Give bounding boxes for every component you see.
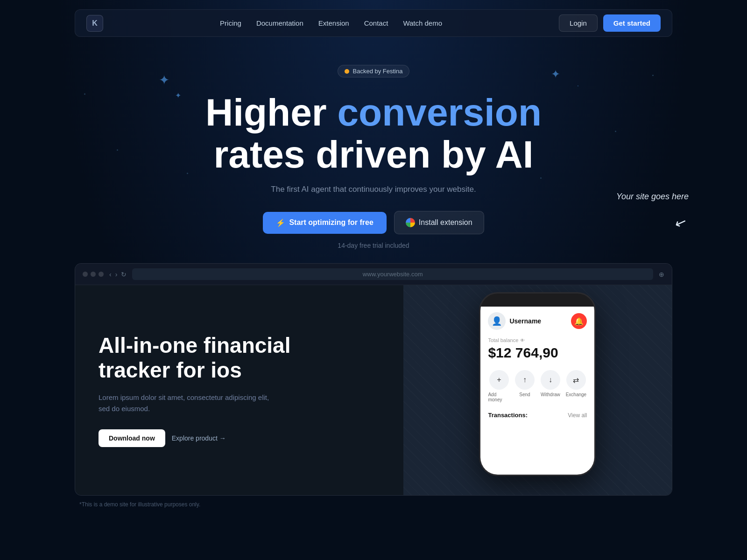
backed-badge: Backed by Festina: [338, 65, 410, 77]
balance-amount: $12 764,90: [488, 345, 587, 361]
browser-nav-buttons: ‹ › ↻: [109, 271, 127, 278]
withdraw-label: Withdraw: [541, 392, 560, 397]
demo-notice: *This is a demo site for illustrative pu…: [0, 496, 747, 513]
action-exchange[interactable]: ⇄ Exchange: [565, 370, 587, 402]
optimize-button-label: Start optimizing for free: [289, 218, 373, 227]
website-title-line2: tracker for ios: [99, 358, 242, 382]
nav-link-pricing[interactable]: Pricing: [220, 19, 241, 27]
nav-logo[interactable]: K: [86, 15, 103, 32]
website-demo-title: All-in-one financial tracker for ios: [99, 333, 380, 383]
nav-links: Pricing Documentation Extension Contact …: [220, 19, 442, 27]
login-button[interactable]: Login: [559, 14, 598, 32]
view-all-link[interactable]: View all: [568, 412, 587, 419]
browser-right-buttons: ⊕: [659, 271, 664, 278]
backed-text: Backed by Festina: [353, 68, 403, 75]
browser-mockup: ‹ › ↻ www.yourwebsite.com ⊕ All-in-one f…: [75, 263, 672, 496]
browser-bar: ‹ › ↻ www.yourwebsite.com ⊕: [75, 264, 672, 285]
balance-label-text: Total balance: [488, 337, 518, 343]
nav-link-watch-demo[interactable]: Watch demo: [403, 19, 442, 27]
browser-refresh-icon[interactable]: ↻: [121, 271, 127, 278]
phone-notch: [514, 294, 561, 307]
browser-address-bar[interactable]: www.yourwebsite.com: [132, 268, 653, 280]
explore-product-link[interactable]: Explore product →: [172, 434, 226, 442]
install-button-label: Install extension: [419, 218, 472, 227]
add-money-icon: +: [489, 370, 509, 390]
phone-mockup: 👤 Username 🔔 Total balance 👁 $12 764,90: [479, 292, 596, 476]
send-icon: ↑: [515, 370, 535, 390]
website-left-panel: All-in-one financial tracker for ios Lor…: [75, 285, 403, 495]
logo-letter: K: [92, 19, 98, 28]
browser-dot-green: [99, 272, 104, 277]
send-label: Send: [519, 392, 530, 397]
browser-dots: [83, 272, 104, 277]
chrome-icon: [406, 218, 415, 227]
hero-title-line1: Higher: [205, 91, 337, 133]
withdraw-icon: ↓: [541, 370, 560, 390]
browser-back-icon[interactable]: ‹: [109, 271, 112, 278]
nav-link-documentation[interactable]: Documentation: [256, 19, 303, 27]
phone-actions: + Add money ↑ Send ↓ Withdraw ⇄: [488, 370, 587, 402]
get-started-button[interactable]: Get started: [603, 14, 661, 32]
action-send[interactable]: ↑ Send: [514, 370, 536, 402]
nav-link-extension[interactable]: Extension: [318, 19, 349, 27]
hero-title-line2: rates driven by AI: [213, 133, 533, 175]
balance-label: Total balance 👁: [488, 337, 587, 343]
phone-content: 👤 Username 🔔 Total balance 👁 $12 764,90: [480, 307, 594, 475]
website-right-panel: 👤 Username 🔔 Total balance 👁 $12 764,90: [403, 285, 672, 495]
action-add-money[interactable]: + Add money: [488, 370, 510, 402]
download-now-button[interactable]: Download now: [99, 429, 165, 447]
browser-bookmark-icon: ⊕: [659, 271, 664, 278]
phone-avatar: 👤 Username: [488, 312, 541, 330]
backed-dot: [345, 69, 349, 74]
bolt-icon: ⚡: [276, 218, 285, 227]
site-annotation: Your site goes here ↙: [616, 191, 689, 220]
transactions-title: Transactions:: [488, 412, 528, 419]
action-withdraw[interactable]: ↓ Withdraw: [539, 370, 561, 402]
website-title-line1: All-in-one financial: [99, 333, 290, 357]
website-demo-buttons: Download now Explore product →: [99, 429, 380, 447]
website-demo-description: Lorem ipsum dolor sit amet, consectetur …: [99, 392, 276, 414]
phone-header: 👤 Username 🔔: [488, 307, 587, 337]
trial-text: 14-day free trial included: [9, 242, 738, 249]
notification-bell[interactable]: 🔔: [571, 313, 587, 329]
website-content: All-in-one financial tracker for ios Lor…: [75, 285, 672, 495]
nav-actions: Login Get started: [559, 14, 661, 32]
optimize-button[interactable]: ⚡ Start optimizing for free: [263, 212, 386, 234]
add-money-label: Add money: [488, 392, 510, 402]
browser-dot-red: [83, 272, 88, 277]
install-extension-button[interactable]: Install extension: [394, 211, 484, 234]
balance-section: Total balance 👁 $12 764,90: [488, 337, 587, 361]
hero-title: Higher conversion rates driven by AI: [9, 91, 738, 175]
avatar-circle: 👤: [488, 312, 506, 330]
hero-title-colored: conversion: [338, 91, 542, 133]
browser-forward-icon[interactable]: ›: [115, 271, 118, 278]
exchange-label: Exchange: [566, 392, 586, 397]
username-text: Username: [509, 317, 541, 325]
browser-dot-yellow: [91, 272, 96, 277]
hero-section: Backed by Festina Higher conversion rate…: [0, 65, 747, 249]
nav-link-contact[interactable]: Contact: [364, 19, 388, 27]
eye-icon: 👁: [520, 338, 525, 343]
transactions-header: Transactions: View all: [488, 412, 587, 419]
exchange-icon: ⇄: [566, 370, 586, 390]
navbar: K Pricing Documentation Extension Contac…: [75, 9, 672, 37]
